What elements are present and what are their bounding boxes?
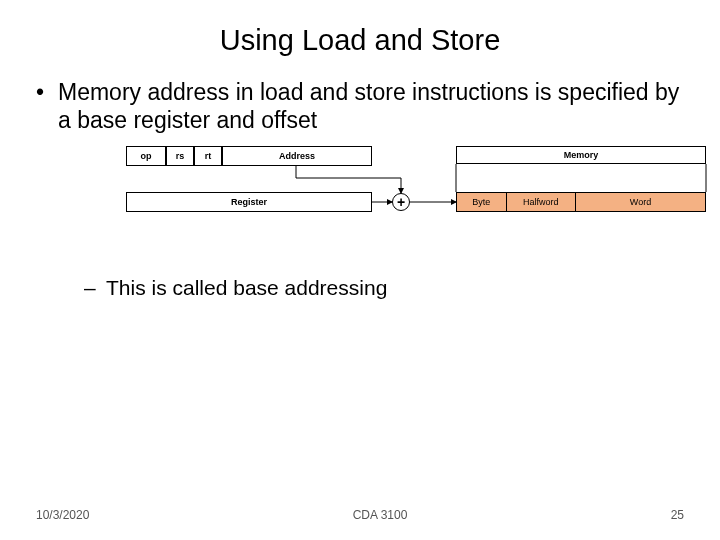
footer-course: CDA 3100: [353, 508, 408, 522]
footer-page: 25: [671, 508, 684, 522]
memory-cell-halfword: Halfword: [507, 193, 576, 211]
memory-cell-byte: Byte: [457, 193, 507, 211]
memory-cells: Byte Halfword Word: [456, 192, 706, 212]
bullet-level-1: Memory address in load and store instruc…: [36, 79, 690, 134]
bullet-level-2: This is called base addressing: [84, 276, 690, 300]
slide-footer: 10/3/2020 CDA 3100 25: [36, 508, 684, 522]
field-register: Register: [126, 192, 372, 212]
slide-title: Using Load and Store: [0, 0, 720, 65]
addressing-diagram: op rs rt Address Register + Memory Byte …: [96, 146, 720, 256]
field-rs: rs: [166, 146, 194, 166]
memory-cell-word: Word: [576, 193, 705, 211]
memory-title: Memory: [456, 146, 706, 164]
field-op: op: [126, 146, 166, 166]
bullet-list: Memory address in load and store instruc…: [0, 79, 720, 300]
field-address: Address: [222, 146, 372, 166]
footer-date: 10/3/2020: [36, 508, 89, 522]
adder-plus-icon: +: [392, 193, 410, 211]
field-rt: rt: [194, 146, 222, 166]
